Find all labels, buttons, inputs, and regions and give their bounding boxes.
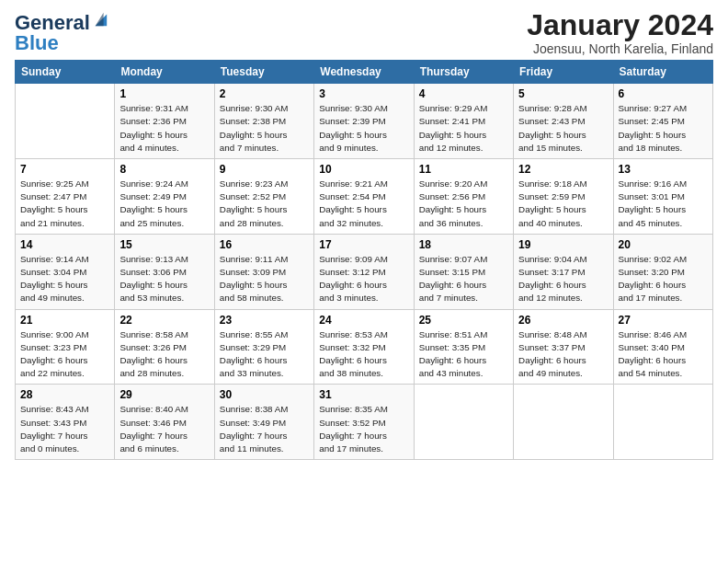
day-number: 26 [518,314,608,327]
day-number: 12 [518,163,608,176]
day-number: 18 [419,238,508,251]
day-number: 20 [619,238,708,251]
table-row: 23Sunrise: 8:55 AM Sunset: 3:29 PM Dayli… [214,309,313,385]
day-number: 16 [220,238,309,251]
location: Joensuu, North Karelia, Finland [527,41,713,56]
table-row [414,385,513,460]
day-info: Sunrise: 8:40 AM Sunset: 3:46 PM Dayligh… [119,403,209,455]
day-number: 25 [419,314,508,327]
day-number: 21 [20,314,109,327]
col-saturday: Saturday [613,61,712,84]
calendar-week-row: 14Sunrise: 9:14 AM Sunset: 3:04 PM Dayli… [16,234,713,309]
calendar-week-row: 21Sunrise: 9:00 AM Sunset: 3:23 PM Dayli… [16,309,713,385]
day-number: 19 [518,238,608,251]
day-info: Sunrise: 9:25 AM Sunset: 2:47 PM Dayligh… [20,178,109,230]
table-row: 16Sunrise: 9:11 AM Sunset: 3:09 PM Dayli… [214,234,313,309]
day-info: Sunrise: 8:46 AM Sunset: 3:40 PM Dayligh… [619,328,708,381]
day-number: 31 [319,388,408,401]
day-info: Sunrise: 9:27 AM Sunset: 2:45 PM Dayligh… [619,102,708,155]
table-row: 15Sunrise: 9:13 AM Sunset: 3:06 PM Dayli… [115,234,214,309]
day-info: Sunrise: 9:13 AM Sunset: 3:06 PM Dayligh… [119,253,209,305]
day-number: 7 [20,163,109,176]
day-info: Sunrise: 8:48 AM Sunset: 3:37 PM Dayligh… [518,328,608,381]
page: General Blue January 2024 Joensuu, North… [0,0,728,469]
table-row: 5Sunrise: 9:28 AM Sunset: 2:43 PM Daylig… [514,84,613,159]
day-info: Sunrise: 8:53 AM Sunset: 3:32 PM Dayligh… [319,328,408,381]
table-row: 2Sunrise: 9:30 AM Sunset: 2:38 PM Daylig… [214,84,313,159]
table-row: 27Sunrise: 8:46 AM Sunset: 3:40 PM Dayli… [613,309,712,385]
day-info: Sunrise: 8:35 AM Sunset: 3:52 PM Dayligh… [319,403,408,455]
day-info: Sunrise: 9:30 AM Sunset: 2:38 PM Dayligh… [220,102,309,155]
table-row [16,84,115,159]
day-info: Sunrise: 9:30 AM Sunset: 2:39 PM Dayligh… [319,102,408,155]
day-number: 4 [419,87,508,100]
day-number: 13 [619,163,708,176]
day-info: Sunrise: 9:09 AM Sunset: 3:12 PM Dayligh… [319,253,408,305]
day-info: Sunrise: 9:00 AM Sunset: 3:23 PM Dayligh… [20,328,109,381]
table-row: 9Sunrise: 9:23 AM Sunset: 2:52 PM Daylig… [214,159,313,235]
table-row: 10Sunrise: 9:21 AM Sunset: 2:54 PM Dayli… [314,159,414,235]
day-number: 8 [119,163,209,176]
day-info: Sunrise: 9:04 AM Sunset: 3:17 PM Dayligh… [518,253,608,305]
table-row: 22Sunrise: 8:58 AM Sunset: 3:26 PM Dayli… [115,309,214,385]
table-row: 26Sunrise: 8:48 AM Sunset: 3:37 PM Dayli… [514,309,613,385]
logo: General Blue [15,13,108,53]
table-row: 8Sunrise: 9:24 AM Sunset: 2:49 PM Daylig… [115,159,214,235]
table-row: 20Sunrise: 9:02 AM Sunset: 3:20 PM Dayli… [613,234,712,309]
table-row: 3Sunrise: 9:30 AM Sunset: 2:39 PM Daylig… [314,84,414,159]
table-row: 17Sunrise: 9:09 AM Sunset: 3:12 PM Dayli… [314,234,414,309]
table-row: 30Sunrise: 8:38 AM Sunset: 3:49 PM Dayli… [214,385,313,460]
day-info: Sunrise: 9:16 AM Sunset: 3:01 PM Dayligh… [619,178,708,230]
day-info: Sunrise: 9:20 AM Sunset: 2:56 PM Dayligh… [419,178,508,230]
col-tuesday: Tuesday [214,61,313,84]
day-number: 28 [20,388,109,401]
day-number: 5 [518,87,608,100]
day-info: Sunrise: 8:58 AM Sunset: 3:26 PM Dayligh… [119,328,209,381]
day-info: Sunrise: 8:55 AM Sunset: 3:29 PM Dayligh… [220,328,309,381]
table-row [514,385,613,460]
day-info: Sunrise: 8:51 AM Sunset: 3:35 PM Dayligh… [419,328,508,381]
day-info: Sunrise: 9:18 AM Sunset: 2:59 PM Dayligh… [518,178,608,230]
table-row [613,385,712,460]
title-block: January 2024 Joensuu, North Karelia, Fin… [527,9,713,56]
day-number: 2 [220,87,309,100]
col-monday: Monday [115,61,214,84]
calendar-week-row: 1Sunrise: 9:31 AM Sunset: 2:36 PM Daylig… [16,84,713,159]
col-thursday: Thursday [414,61,513,84]
day-number: 1 [119,87,209,100]
table-row: 11Sunrise: 9:20 AM Sunset: 2:56 PM Dayli… [414,159,513,235]
day-number: 6 [619,87,708,100]
calendar-header-row: Sunday Monday Tuesday Wednesday Thursday… [16,61,713,84]
col-wednesday: Wednesday [314,61,414,84]
col-sunday: Sunday [16,61,115,84]
day-info: Sunrise: 9:23 AM Sunset: 2:52 PM Dayligh… [220,178,309,230]
day-info: Sunrise: 9:24 AM Sunset: 2:49 PM Dayligh… [119,178,209,230]
table-row: 29Sunrise: 8:40 AM Sunset: 3:46 PM Dayli… [115,385,214,460]
calendar-week-row: 28Sunrise: 8:43 AM Sunset: 3:43 PM Dayli… [16,385,713,460]
day-info: Sunrise: 9:14 AM Sunset: 3:04 PM Dayligh… [20,253,109,305]
day-info: Sunrise: 9:31 AM Sunset: 2:36 PM Dayligh… [119,102,209,155]
day-number: 17 [319,238,408,251]
day-number: 30 [220,388,309,401]
day-number: 22 [119,314,209,327]
table-row: 6Sunrise: 9:27 AM Sunset: 2:45 PM Daylig… [613,84,712,159]
day-info: Sunrise: 9:21 AM Sunset: 2:54 PM Dayligh… [319,178,408,230]
day-number: 24 [319,314,408,327]
logo-icon [92,11,108,28]
day-info: Sunrise: 9:02 AM Sunset: 3:20 PM Dayligh… [619,253,708,305]
table-row: 12Sunrise: 9:18 AM Sunset: 2:59 PM Dayli… [514,159,613,235]
header: General Blue January 2024 Joensuu, North… [15,9,713,56]
day-number: 10 [319,163,408,176]
table-row: 14Sunrise: 9:14 AM Sunset: 3:04 PM Dayli… [16,234,115,309]
day-number: 9 [220,163,309,176]
table-row: 25Sunrise: 8:51 AM Sunset: 3:35 PM Dayli… [414,309,513,385]
table-row: 19Sunrise: 9:04 AM Sunset: 3:17 PM Dayli… [514,234,613,309]
day-info: Sunrise: 9:29 AM Sunset: 2:41 PM Dayligh… [419,102,508,155]
table-row: 28Sunrise: 8:43 AM Sunset: 3:43 PM Dayli… [16,385,115,460]
svg-marker-1 [96,13,104,26]
day-number: 23 [220,314,309,327]
day-number: 27 [619,314,708,327]
table-row: 31Sunrise: 8:35 AM Sunset: 3:52 PM Dayli… [314,385,414,460]
calendar-week-row: 7Sunrise: 9:25 AM Sunset: 2:47 PM Daylig… [16,159,713,235]
day-info: Sunrise: 9:28 AM Sunset: 2:43 PM Dayligh… [518,102,608,155]
